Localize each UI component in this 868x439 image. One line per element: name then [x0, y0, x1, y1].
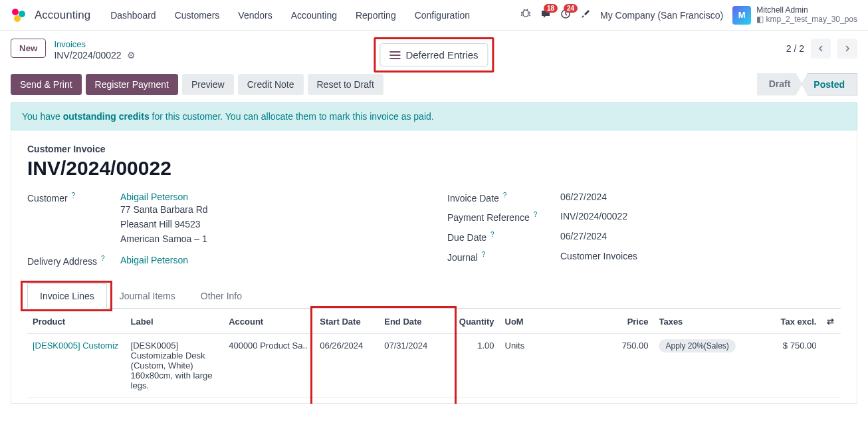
label-journal: Journal ?	[447, 251, 560, 263]
status-posted[interactable]: Posted	[801, 73, 857, 96]
nav-vendors[interactable]: Vendors	[231, 7, 278, 23]
breadcrumb-parent[interactable]: Invoices	[54, 39, 86, 49]
nav-configuration[interactable]: Configuration	[408, 7, 477, 23]
tools-icon[interactable]	[580, 9, 591, 21]
breadcrumb: Invoices INV/2024/00022 ⚙	[54, 39, 135, 61]
svg-point-2	[14, 15, 21, 22]
credit-note-button[interactable]: Credit Note	[238, 74, 304, 95]
svg-point-0	[12, 9, 19, 15]
pager-next[interactable]	[837, 39, 857, 59]
new-button[interactable]: New	[11, 39, 46, 58]
status-draft[interactable]: Draft	[757, 73, 803, 96]
nav-dashboard[interactable]: Dashboard	[104, 7, 163, 23]
register-payment-button[interactable]: Register Payment	[86, 74, 178, 95]
col-quantity[interactable]: Quantity	[443, 310, 499, 334]
tab-other-info[interactable]: Other Info	[188, 283, 255, 308]
messages-icon[interactable]: 18	[540, 9, 551, 21]
gear-icon[interactable]: ⚙	[127, 50, 136, 61]
line-start-date[interactable]: 06/26/2024	[314, 334, 379, 398]
nav-customers[interactable]: Customers	[168, 7, 227, 23]
table-row[interactable]: [DESK0005] Customiz [DESK0005] Customiza…	[27, 334, 841, 398]
highlight-deferred: Deferred Entries	[374, 37, 494, 73]
label-customer: Customer ?	[27, 192, 120, 247]
control-bar: New Invoices INV/2024/00022 ⚙ Deferred E…	[0, 31, 868, 67]
line-label[interactable]: [DESK0005] Customizable Desk (Custom, Wh…	[126, 334, 224, 398]
deferred-entries-button[interactable]: Deferred Entries	[380, 43, 488, 67]
tab-journal-items[interactable]: Journal Items	[107, 283, 188, 308]
app-name[interactable]: Accounting	[35, 9, 90, 22]
activities-badge: 24	[564, 4, 578, 13]
col-product[interactable]: Product	[27, 310, 126, 334]
pager-counter[interactable]: 2 / 2	[786, 43, 804, 54]
label-due-date: Due Date ?	[447, 231, 560, 243]
nav-reporting[interactable]: Reporting	[349, 7, 403, 23]
user-menu[interactable]: M Mitchell Admin ◧ kmp_2_test_may_30_pos	[732, 6, 857, 25]
col-price[interactable]: Price	[548, 310, 653, 334]
col-account[interactable]: Account	[223, 310, 314, 334]
column-options-icon[interactable]: ⇄	[821, 310, 841, 334]
col-uom[interactable]: UoM	[500, 310, 549, 334]
avatar: M	[732, 6, 751, 25]
reset-draft-button[interactable]: Reset to Draft	[308, 74, 383, 95]
form-title: INV/2024/00022	[27, 157, 841, 180]
tabs: Invoice Lines Journal Items Other Info	[27, 283, 841, 309]
messages-badge: 18	[544, 4, 558, 13]
col-tax-excl[interactable]: Tax excl.	[752, 310, 821, 334]
pager: 2 / 2	[786, 39, 857, 59]
status-bar: Draft Posted	[757, 73, 857, 96]
preview-button[interactable]: Preview	[182, 74, 234, 95]
outstanding-credits-banner: You have outstanding credits for this cu…	[11, 102, 857, 130]
customer-address: 77 Santa Barbara Rd Pleasant Hill 94523 …	[120, 202, 421, 247]
form-subtitle: Customer Invoice	[27, 144, 841, 154]
col-end-date[interactable]: End Date	[379, 310, 443, 334]
line-product[interactable]: [DESK0005] Customiz	[33, 341, 118, 351]
line-end-date[interactable]: 07/31/2024	[379, 334, 443, 398]
nav-accounting[interactable]: Accounting	[284, 7, 344, 23]
debug-icon[interactable]	[520, 9, 531, 21]
breadcrumb-current: INV/2024/00022	[54, 50, 121, 61]
value-journal[interactable]: Customer Invoices	[560, 251, 841, 263]
tab-invoice-lines[interactable]: Invoice Lines	[27, 283, 107, 309]
form-card: Customer Invoice INV/2024/00022 Customer…	[11, 130, 857, 404]
label-invoice-date: Invoice Date ?	[447, 192, 560, 204]
value-payment-ref[interactable]: INV/2024/00022	[560, 211, 841, 223]
line-price[interactable]: 750.00	[548, 334, 653, 398]
line-uom[interactable]: Units	[500, 334, 549, 398]
label-delivery: Delivery Address ?	[27, 255, 120, 267]
col-start-date[interactable]: Start Date	[314, 310, 379, 334]
delivery-link[interactable]: Abigail Peterson	[120, 255, 188, 265]
activities-icon[interactable]: 24	[560, 9, 571, 21]
label-payment-ref: Payment Reference ?	[447, 211, 560, 223]
line-tax-excl: $ 750.00	[752, 334, 821, 398]
col-taxes[interactable]: Taxes	[653, 310, 752, 334]
line-account[interactable]: 400000 Product Sa..	[223, 334, 314, 398]
line-quantity[interactable]: 1.00	[443, 334, 499, 398]
value-due-date[interactable]: 06/27/2024	[560, 231, 841, 243]
hamburger-icon	[389, 51, 400, 59]
value-invoice-date[interactable]: 06/27/2024	[560, 192, 841, 204]
send-print-button[interactable]: Send & Print	[11, 74, 82, 95]
col-label[interactable]: Label	[126, 310, 224, 334]
line-tax-pill[interactable]: Apply 20%(Sales)	[659, 339, 735, 353]
app-logo	[11, 7, 27, 23]
top-nav: Accounting Dashboard Customers Vendors A…	[0, 0, 868, 31]
invoice-lines-table: Product Label Account Start Date End Dat…	[27, 310, 841, 398]
company-switcher[interactable]: My Company (San Francisco)	[600, 10, 723, 21]
systray: 18 24 My Company (San Francisco) M Mitch…	[520, 6, 857, 25]
pager-prev[interactable]	[811, 39, 831, 59]
user-db: ◧ kmp_2_test_may_30_pos	[756, 15, 857, 24]
customer-link[interactable]: Abigail Peterson	[120, 192, 188, 202]
